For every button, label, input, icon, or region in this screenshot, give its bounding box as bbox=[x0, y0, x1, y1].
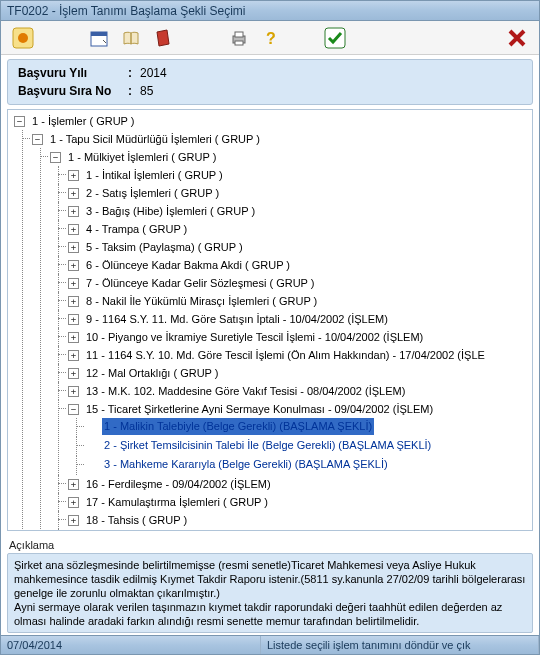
tree-node[interactable]: +3 - Bağış (Hibe) İşlemleri ( GRUP ) bbox=[68, 203, 257, 220]
status-date: 07/04/2014 bbox=[1, 636, 261, 654]
tree-node[interactable]: +1 - İntikal İşlemleri ( GRUP ) bbox=[68, 167, 225, 184]
expand-icon[interactable]: + bbox=[68, 497, 79, 508]
tree-node[interactable]: +17 - Kamulaştırma İşlemleri ( GRUP ) bbox=[68, 494, 270, 511]
expand-icon[interactable]: + bbox=[68, 206, 79, 217]
help-icon[interactable]: ? bbox=[257, 24, 285, 52]
description-panel: Açıklama Şirket ana sözleşmesinde belirt… bbox=[7, 535, 533, 633]
tree-leaf[interactable]: 1 - Malikin Talebiyle (Belge Gerekli) (B… bbox=[86, 418, 374, 435]
tree-node-label: 9 - 1164 S.Y. 11. Md. Göre Satışın İptal… bbox=[84, 311, 390, 328]
tree-node-label: 19 - Düzeltme (Tashih) ( GRUP ) bbox=[84, 530, 247, 531]
year-label: Başvuru Yılı bbox=[18, 64, 128, 82]
tree-node-label: 12 - Mal Ortaklığı ( GRUP ) bbox=[84, 365, 220, 382]
seq-value: 85 bbox=[140, 82, 153, 100]
ok-button[interactable] bbox=[321, 24, 349, 52]
svg-point-1 bbox=[18, 33, 28, 43]
toolbar: ? bbox=[1, 21, 539, 55]
expand-icon[interactable]: + bbox=[68, 368, 79, 379]
expand-icon[interactable]: + bbox=[68, 350, 79, 361]
collapse-icon[interactable]: − bbox=[32, 134, 43, 145]
tree-node-label: 2 - Satış İşlemleri ( GRUP ) bbox=[84, 185, 221, 202]
svg-rect-6 bbox=[235, 41, 243, 45]
app-window: TF0202 - İşlem Tanımı Başlama Şekli Seçi… bbox=[0, 0, 540, 655]
expand-icon[interactable]: + bbox=[68, 278, 79, 289]
tree-node-label: 5 - Taksim (Paylaşma) ( GRUP ) bbox=[84, 239, 245, 256]
status-message: Listede seçili işlem tanımını döndür ve … bbox=[261, 636, 539, 654]
window-title: TF0202 - İşlem Tanımı Başlama Şekli Seçi… bbox=[7, 4, 246, 18]
tree-leaf-label: 2 - Şirket Temsilcisinin Talebi İle (Bel… bbox=[102, 437, 433, 454]
tree-node[interactable]: +9 - 1164 S.Y. 11. Md. Göre Satışın İpta… bbox=[68, 311, 390, 328]
tree-node-mulkiyet[interactable]: − 1 - Mülkiyet İşlemleri ( GRUP ) bbox=[50, 149, 218, 166]
tree-node[interactable]: +11 - 1164 S.Y. 10. Md. Göre Tescil İşle… bbox=[68, 347, 487, 364]
tree-node[interactable]: +4 - Trampa ( GRUP ) bbox=[68, 221, 189, 238]
collapse-icon[interactable]: − bbox=[14, 116, 25, 127]
svg-rect-3 bbox=[91, 32, 107, 36]
tree-node-label: 17 - Kamulaştırma İşlemleri ( GRUP ) bbox=[84, 494, 270, 511]
statusbar: 07/04/2014 Listede seçili işlem tanımını… bbox=[1, 635, 539, 654]
tree-node[interactable]: +12 - Mal Ortaklığı ( GRUP ) bbox=[68, 365, 220, 382]
tree-node-label: 13 - M.K. 102. Maddesine Göre Vakıf Tesi… bbox=[84, 383, 407, 400]
collapse-icon[interactable]: − bbox=[50, 152, 61, 163]
book-red-icon[interactable] bbox=[149, 24, 177, 52]
close-button[interactable] bbox=[503, 24, 531, 52]
tree-node[interactable]: +6 - Ölünceye Kadar Bakma Akdi ( GRUP ) bbox=[68, 257, 292, 274]
expand-icon[interactable]: + bbox=[68, 332, 79, 343]
tree-leaf-label: 1 - Malikin Talebiyle (Belge Gerekli) (B… bbox=[102, 418, 374, 435]
expand-icon[interactable]: − bbox=[68, 404, 79, 415]
tree-node[interactable]: +18 - Tahsis ( GRUP ) bbox=[68, 512, 189, 529]
tree-node[interactable]: +7 - Ölünceye Kadar Gelir Sözleşmesi ( G… bbox=[68, 275, 316, 292]
print-icon[interactable] bbox=[225, 24, 253, 52]
tree-node-label: 1 - İntikal İşlemleri ( GRUP ) bbox=[84, 167, 225, 184]
tree-node-label: 6 - Ölünceye Kadar Bakma Akdi ( GRUP ) bbox=[84, 257, 292, 274]
app-icon bbox=[9, 24, 37, 52]
tree-node[interactable]: +2 - Satış İşlemleri ( GRUP ) bbox=[68, 185, 221, 202]
seq-label: Başvuru Sıra No bbox=[18, 82, 128, 100]
svg-rect-5 bbox=[235, 32, 243, 37]
tree-node[interactable]: +16 - Ferdileşme - 09/04/2002 (İŞLEM) bbox=[68, 476, 273, 493]
tree-node[interactable]: +10 - Piyango ve İkramiye Suretiyle Tesc… bbox=[68, 329, 425, 346]
svg-text:?: ? bbox=[266, 30, 276, 47]
expand-icon[interactable]: + bbox=[68, 170, 79, 181]
tree-node-root[interactable]: − 1 - İşlemler ( GRUP ) bbox=[14, 113, 136, 130]
expand-icon[interactable]: + bbox=[68, 188, 79, 199]
description-body: Şirket ana sözleşmesinde belirtilmemişse… bbox=[7, 553, 533, 633]
tree-node[interactable]: +8 - Nakil İle Yükümlü Mirasçı İşlemleri… bbox=[68, 293, 319, 310]
expand-icon[interactable]: + bbox=[68, 314, 79, 325]
tree-node-label: 8 - Nakil İle Yükümlü Mirasçı İşlemleri … bbox=[84, 293, 319, 310]
expand-icon[interactable]: + bbox=[68, 296, 79, 307]
expand-icon[interactable]: + bbox=[68, 260, 79, 271]
expand-icon[interactable]: + bbox=[68, 224, 79, 235]
calendar-icon[interactable] bbox=[85, 24, 113, 52]
tree-node-label: 3 - Bağış (Hibe) İşlemleri ( GRUP ) bbox=[84, 203, 257, 220]
expand-icon[interactable]: + bbox=[68, 386, 79, 397]
tree-node-label: 7 - Ölünceye Kadar Gelir Sözleşmesi ( GR… bbox=[84, 275, 316, 292]
tree-node[interactable]: +5 - Taksim (Paylaşma) ( GRUP ) bbox=[68, 239, 245, 256]
book-open-icon[interactable] bbox=[117, 24, 145, 52]
tree-node-label: 18 - Tahsis ( GRUP ) bbox=[84, 512, 189, 529]
tree-leaf[interactable]: 3 - Mahkeme Kararıyla (Belge Gerekli) (B… bbox=[86, 456, 390, 473]
tree-node[interactable]: +19 - Düzeltme (Tashih) ( GRUP ) bbox=[68, 530, 247, 531]
tree-node-tapu[interactable]: − 1 - Tapu Sicil Müdürlüğü İşlemleri ( G… bbox=[32, 131, 262, 148]
tree-node[interactable]: +13 - M.K. 102. Maddesine Göre Vakıf Tes… bbox=[68, 383, 407, 400]
tree-node-label: 11 - 1164 S.Y. 10. Md. Göre Tescil İşlem… bbox=[84, 347, 487, 364]
tree-leaf-label: 3 - Mahkeme Kararıyla (Belge Gerekli) (B… bbox=[102, 456, 390, 473]
tree-node[interactable]: −15 - Ticaret Şirketlerine Ayni Sermaye … bbox=[68, 401, 435, 418]
header-panel: Başvuru Yılı : 2014 Başvuru Sıra No : 85 bbox=[7, 59, 533, 105]
year-value: 2014 bbox=[140, 64, 167, 82]
expand-icon[interactable]: + bbox=[68, 242, 79, 253]
tree-leaf[interactable]: 2 - Şirket Temsilcisinin Talebi İle (Bel… bbox=[86, 437, 433, 454]
tree-node-label: 16 - Ferdileşme - 09/04/2002 (İŞLEM) bbox=[84, 476, 273, 493]
titlebar: TF0202 - İşlem Tanımı Başlama Şekli Seçi… bbox=[1, 1, 539, 21]
tree-node-label: 4 - Trampa ( GRUP ) bbox=[84, 221, 189, 238]
tree-node-label: 10 - Piyango ve İkramiye Suretiyle Tesci… bbox=[84, 329, 425, 346]
tree: − 1 - İşlemler ( GRUP ) − 1 - Tapu Sicil… bbox=[8, 110, 532, 531]
expand-icon[interactable]: + bbox=[68, 479, 79, 490]
tree-container[interactable]: − 1 - İşlemler ( GRUP ) − 1 - Tapu Sicil… bbox=[7, 109, 533, 531]
description-title: Açıklama bbox=[9, 539, 531, 551]
expand-icon[interactable]: + bbox=[68, 515, 79, 526]
tree-node-label: 15 - Ticaret Şirketlerine Ayni Sermaye K… bbox=[84, 401, 435, 418]
